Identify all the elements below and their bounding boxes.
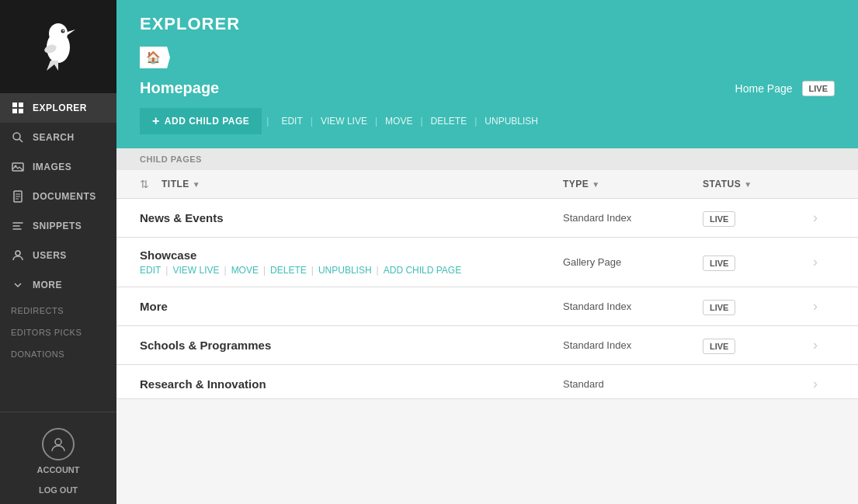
donations-label: Donations (11, 349, 64, 359)
sidebar-item-more[interactable]: More (0, 270, 116, 300)
sidebar-item-editors-picks[interactable]: Editors Picks (0, 322, 116, 343)
sidebar-item-images[interactable]: Images (0, 152, 116, 182)
page-type-live: Home Page LIVE (735, 81, 835, 96)
svg-marker-2 (68, 30, 75, 35)
chevron-right-icon: › (813, 254, 818, 270)
schools-type: Standard Index (563, 339, 703, 351)
plus-icon: + (152, 114, 160, 128)
status-badge: LIVE (703, 339, 735, 354)
table-row: Schools & Programmes Standard Index LIVE… (116, 326, 858, 365)
documents-label: Documents (33, 191, 96, 202)
logout-button[interactable]: Log Out (28, 481, 89, 499)
sort-icon[interactable]: ⇅ (140, 178, 149, 190)
research-title-col: Research & Innovation (140, 377, 563, 391)
research-title[interactable]: Research & Innovation (140, 377, 563, 391)
table-row: More Standard Index LIVE › (116, 287, 858, 326)
edit-link[interactable]: EDIT (273, 116, 310, 127)
page-title: EXPLORER (140, 14, 835, 34)
chevron-down-icon (11, 278, 25, 292)
showcase-edit-link[interactable]: EDIT (140, 265, 161, 276)
users-label: Users (33, 250, 67, 261)
view-live-link[interactable]: VIEW LIVE (313, 116, 375, 127)
child-pages-header: CHILD PAGES (116, 148, 858, 170)
svg-point-7 (13, 133, 20, 140)
add-child-page-button[interactable]: + ADD CHILD PAGE (140, 108, 262, 134)
type-col-label: TYPE (563, 179, 589, 189)
child-pages-label: CHILD PAGES (140, 155, 202, 164)
research-chevron[interactable]: › (796, 376, 835, 392)
move-link[interactable]: MOVE (377, 116, 420, 127)
schools-title[interactable]: Schools & Programmes (140, 339, 563, 352)
showcase-add-child-link[interactable]: ADD CHILD PAGE (384, 265, 461, 276)
row-more: More Standard Index LIVE › (116, 287, 858, 325)
sidebar-logo (0, 0, 116, 93)
more-status: LIVE (703, 300, 796, 314)
home-breadcrumb[interactable]: 🏠 (140, 47, 170, 68)
child-pages-area: CHILD PAGES ⇅ TITLE ▼ TYPE ▼ STATUS ▼ N (116, 148, 858, 504)
svg-point-15 (16, 251, 20, 255)
schools-chevron[interactable]: › (796, 337, 835, 353)
header: EXPLORER 🏠 Homepage Home Page LIVE + ADD… (116, 0, 858, 148)
col-type-header[interactable]: TYPE ▼ (563, 179, 703, 189)
svg-point-4 (63, 30, 64, 32)
search-icon (11, 130, 25, 144)
showcase-title[interactable]: Showcase (140, 249, 563, 262)
bird-logo (35, 18, 82, 75)
svg-line-8 (19, 139, 23, 142)
chevron-right-icon: › (813, 337, 818, 353)
breadcrumb: 🏠 (140, 47, 835, 68)
header-actions-row: + ADD CHILD PAGE | EDIT | VIEW LIVE | MO… (140, 108, 835, 134)
redirects-label: Redirects (11, 306, 64, 315)
account-section[interactable]: Account (0, 420, 116, 482)
unpublish-link[interactable]: UNPUBLISH (477, 116, 546, 127)
more-chevron[interactable]: › (796, 298, 835, 315)
sidebar-item-donations[interactable]: Donations (0, 343, 116, 365)
news-events-chevron[interactable]: › (796, 210, 835, 226)
explorer-label: Explorer (33, 103, 87, 113)
sidebar-item-redirects[interactable]: Redirects (0, 300, 116, 322)
add-child-label: ADD CHILD PAGE (165, 116, 249, 127)
news-events-type: Standard Index (563, 212, 703, 224)
sidebar-item-users[interactable]: Users (0, 241, 116, 270)
showcase-chevron[interactable]: › (796, 254, 835, 270)
showcase-delete-link[interactable]: DELETE (270, 265, 307, 276)
sidebar-bottom: Account Log Out (0, 412, 116, 504)
svg-point-1 (49, 23, 68, 43)
sidebar-item-explorer[interactable]: Explorer (0, 93, 116, 123)
live-badge: LIVE (802, 81, 835, 96)
search-label: Search (33, 132, 75, 143)
users-icon (11, 249, 25, 262)
editors-picks-label: Editors Picks (11, 328, 82, 337)
sidebar-item-snippets[interactable]: Snippets (0, 211, 116, 241)
news-events-title[interactable]: News & Events (140, 211, 563, 224)
showcase-view-live-link[interactable]: VIEW LIVE (172, 265, 219, 276)
svg-point-16 (55, 439, 61, 445)
documents-icon (11, 189, 25, 203)
row-schools: Schools & Programmes Standard Index LIVE… (116, 326, 858, 364)
delete-link[interactable]: DELETE (423, 116, 475, 127)
status-col-label: STATUS (703, 179, 741, 189)
showcase-move-link[interactable]: MOVE (231, 265, 259, 276)
table-row: Research & Innovation Standard › (116, 365, 858, 399)
col-status-header[interactable]: STATUS ▼ (703, 179, 796, 189)
row-showcase: Showcase EDIT | VIEW LIVE | MOVE | DELET… (116, 238, 858, 287)
col-title-header[interactable]: TITLE ▼ (162, 179, 563, 189)
schools-status: LIVE (703, 339, 796, 353)
row-news-events: News & Events Standard Index LIVE › (116, 199, 858, 237)
main-area: EXPLORER 🏠 Homepage Home Page LIVE + ADD… (116, 0, 858, 504)
sidebar-item-search[interactable]: Search (0, 123, 116, 152)
status-badge: LIVE (703, 255, 735, 271)
sidebar: Explorer Search Images Documents Snippet… (0, 0, 116, 504)
table-row: News & Events Standard Index LIVE › (116, 199, 858, 238)
status-sort-icon: ▼ (744, 180, 752, 189)
table-row: Showcase EDIT | VIEW LIVE | MOVE | DELET… (116, 238, 858, 287)
more-title[interactable]: More (140, 300, 563, 313)
more-type: Standard Index (563, 301, 703, 312)
page-info-row: Homepage Home Page LIVE (140, 79, 835, 97)
showcase-unpublish-link[interactable]: UNPUBLISH (318, 265, 372, 276)
news-events-title-col: News & Events (140, 211, 563, 224)
showcase-actions: EDIT | VIEW LIVE | MOVE | DELETE | UNPUB… (140, 265, 563, 276)
chevron-right-icon: › (813, 376, 818, 392)
sidebar-item-documents[interactable]: Documents (0, 182, 116, 211)
title-col-label: TITLE (162, 179, 189, 189)
